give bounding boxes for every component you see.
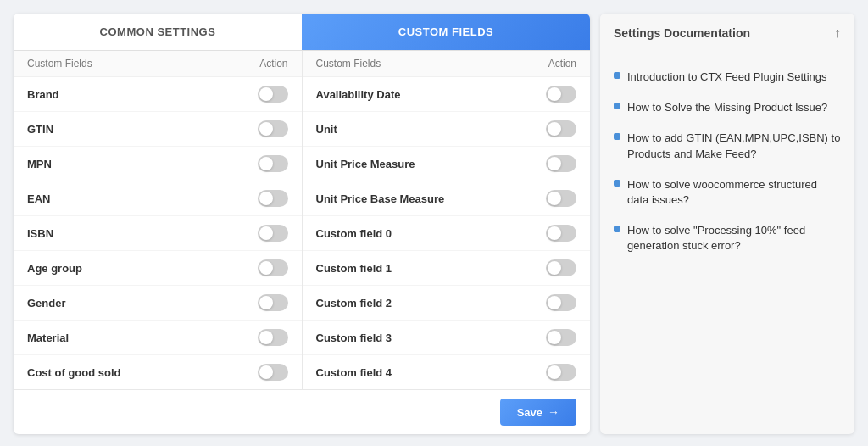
field-label: MPN [27, 158, 52, 170]
toggle-isbn[interactable] [258, 225, 288, 242]
common-col-header: Custom Fields Action [14, 51, 302, 77]
documentation-panel: Settings Documentation ↑ Introduction to… [600, 14, 854, 434]
field-label: Material [27, 332, 69, 344]
custom-col-action-label: Action [548, 58, 576, 70]
save-arrow-icon: → [548, 405, 559, 419]
field-row: GTIN [14, 112, 302, 147]
field-row: Custom field 0 [303, 216, 591, 251]
up-arrow-icon[interactable]: ↑ [834, 25, 841, 41]
field-row: Gender [14, 286, 302, 321]
field-label: ISBN [27, 227, 53, 240]
field-label: Brand [27, 88, 59, 101]
doc-link: How to solve woocommerce structured data… [627, 177, 841, 208]
toggle-unit[interactable] [546, 120, 576, 137]
toggle-custom-field-4[interactable] [546, 364, 576, 381]
field-row: Custom field 2 [303, 286, 591, 321]
field-label: GTIN [27, 123, 53, 136]
save-row: Save → [14, 389, 590, 434]
custom-col-fields-label: Custom Fields [316, 58, 381, 70]
field-row: Custom field 3 [303, 321, 591, 355]
toggle-custom-field-2[interactable] [546, 294, 576, 311]
field-row: Unit Price Measure [303, 147, 591, 181]
field-row: Unit Price Base Measure [303, 181, 591, 216]
doc-item[interactable]: How to add GTIN (EAN,MPN,UPC,ISBN) to Pr… [600, 123, 854, 169]
field-label: Unit [316, 123, 337, 136]
tab-common-settings[interactable]: COMMON SETTINGS [14, 14, 302, 50]
doc-bullet-icon [614, 226, 620, 232]
field-label: Custom field 1 [316, 262, 392, 275]
doc-list: Introduction to CTX Feed Plugin Settings… [600, 53, 854, 270]
doc-bullet-icon [614, 180, 620, 187]
save-button[interactable]: Save → [500, 399, 576, 426]
field-row: Brand [14, 77, 302, 112]
toggle-unit-price-base-measure[interactable] [546, 190, 576, 207]
toggle-availability-date[interactable] [546, 86, 576, 103]
doc-bullet-icon [614, 72, 620, 79]
toggle-age-group[interactable] [258, 259, 288, 276]
field-label: Unit Price Base Measure [316, 192, 445, 205]
field-label: Custom field 2 [316, 297, 392, 309]
custom-col-header: Custom Fields Action [303, 51, 591, 77]
toggle-custom-field-3[interactable] [546, 329, 576, 346]
toggle-mpn[interactable] [258, 155, 288, 172]
field-label: Unit Price Measure [316, 158, 415, 170]
field-label: Custom field 0 [316, 227, 392, 240]
toggle-unit-price-measure[interactable] [546, 155, 576, 172]
field-row: Age group [14, 251, 302, 286]
settings-panel: COMMON SETTINGS CUSTOM FIELDS Custom Fie… [14, 14, 590, 434]
field-row: MPN [14, 147, 302, 181]
field-row: Custom field 1 [303, 251, 591, 286]
toggle-gtin[interactable] [258, 120, 288, 137]
common-col-fields-label: Custom Fields [27, 58, 92, 70]
doc-bullet-icon [614, 133, 620, 140]
field-row: Availability Date [303, 77, 591, 112]
main-container: COMMON SETTINGS CUSTOM FIELDS Custom Fie… [14, 14, 854, 434]
doc-header: Settings Documentation ↑ [600, 14, 854, 53]
field-row: EAN [14, 181, 302, 216]
toggle-material[interactable] [258, 329, 288, 346]
field-label: Availability Date [316, 88, 401, 101]
toggle-cost-of-good-sold[interactable] [258, 364, 288, 381]
doc-item[interactable]: How to Solve the Missing Product Issue? [600, 92, 854, 123]
custom-fields-column: Custom Fields Action Availability Date U… [303, 51, 591, 389]
columns-wrapper: Custom Fields Action Brand GTIN MPN EAN [14, 51, 590, 389]
field-label: Cost of good sold [27, 366, 120, 379]
field-label: EAN [27, 192, 50, 205]
toggle-custom-field-1[interactable] [546, 259, 576, 276]
toggle-ean[interactable] [258, 190, 288, 207]
field-label: Gender [27, 297, 66, 309]
doc-link: How to add GTIN (EAN,MPN,UPC,ISBN) to Pr… [627, 131, 841, 161]
doc-link: Introduction to CTX Feed Plugin Settings [627, 70, 827, 85]
field-label: Age group [27, 262, 82, 275]
toggle-custom-field-0[interactable] [546, 225, 576, 242]
doc-title: Settings Documentation [614, 26, 750, 40]
field-row: Material [14, 321, 302, 355]
field-row: Cost of good sold [14, 355, 302, 389]
toggle-gender[interactable] [258, 294, 288, 311]
toggle-brand[interactable] [258, 86, 288, 103]
doc-item[interactable]: Introduction to CTX Feed Plugin Settings [600, 62, 854, 92]
save-label: Save [517, 406, 542, 419]
field-label: Custom field 4 [316, 366, 392, 379]
common-col-action-label: Action [259, 58, 287, 70]
field-row: ISBN [14, 216, 302, 251]
doc-bullet-icon [614, 103, 620, 109]
doc-item[interactable]: How to solve "Processing 10%" feed gener… [600, 215, 854, 261]
doc-link: How to solve "Processing 10%" feed gener… [627, 223, 841, 254]
common-settings-column: Custom Fields Action Brand GTIN MPN EAN [14, 51, 303, 389]
field-row: Unit [303, 112, 591, 147]
tabs: COMMON SETTINGS CUSTOM FIELDS [14, 14, 590, 51]
field-label: Custom field 3 [316, 332, 392, 344]
field-row: Custom field 4 [303, 355, 591, 389]
doc-item[interactable]: How to solve woocommerce structured data… [600, 170, 854, 215]
tab-custom-fields[interactable]: CUSTOM FIELDS [302, 14, 590, 50]
doc-link: How to Solve the Missing Product Issue? [627, 100, 827, 115]
